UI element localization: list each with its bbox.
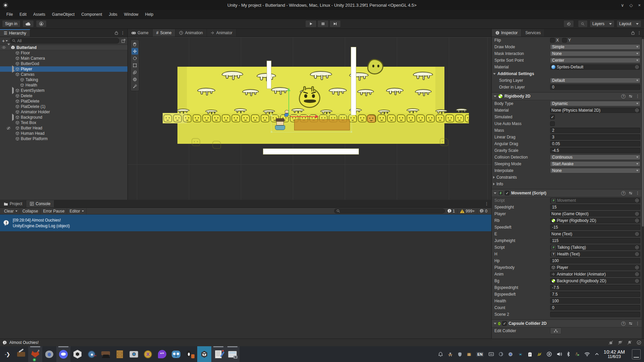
cart-icon[interactable] (448, 352, 453, 356)
lock-icon[interactable] (631, 31, 635, 35)
object-field[interactable]: None (Physics Material 2D) (550, 108, 640, 113)
console-error-count[interactable]: 0 (477, 209, 490, 214)
undo-history-icon[interactable] (564, 20, 574, 27)
gizmo-center-handle[interactable] (288, 115, 290, 118)
object-field[interactable]: #Movement (550, 198, 640, 203)
shield-icon[interactable] (458, 352, 462, 357)
rect-tool[interactable] (131, 62, 138, 69)
hierarchy-item-butterland[interactable]: Butterland (0, 45, 127, 50)
play-button[interactable] (305, 20, 317, 27)
help-icon[interactable]: ? (621, 191, 626, 195)
taskbar-app-chat-app[interactable]: “” (155, 346, 169, 362)
bug-muted-icon[interactable] (608, 341, 613, 345)
scale-tool[interactable] (131, 69, 138, 76)
keyboard-grid-icon[interactable] (489, 352, 494, 356)
taskbar-app-unity-editor[interactable] (197, 346, 211, 362)
popout-icon[interactable] (121, 39, 125, 43)
dropdown-sorting-layer[interactable]: Default (550, 78, 640, 83)
object-field[interactable]: Animator Holder (Animator) (550, 272, 640, 277)
dropdown-draw-mode[interactable]: Simple (550, 44, 640, 50)
object-picker-icon[interactable] (635, 232, 639, 236)
search-icon[interactable] (578, 20, 588, 27)
layout-dropdown[interactable]: Layout (616, 20, 641, 27)
dropdown-interpolate[interactable]: None (550, 168, 640, 173)
foldout-arrow-icon[interactable] (7, 45, 11, 50)
object-field[interactable]: #Talking (Talking) (550, 245, 640, 250)
object-field[interactable]: THealth (Text) (550, 251, 640, 257)
add-gameobject-button[interactable]: + (2, 38, 8, 44)
object-field[interactable]: Player (Rigidbody 2D) (550, 218, 640, 223)
move-tool[interactable] (131, 48, 138, 55)
police-star-icon[interactable] (518, 352, 523, 357)
lock-icon[interactable] (115, 31, 118, 35)
edit-collider-button[interactable] (550, 327, 561, 334)
foldout-arrow-icon[interactable] (12, 72, 15, 77)
dropdown-sprite-sort-point[interactable]: Center (550, 58, 640, 63)
tab-animation[interactable]: Animation (175, 29, 207, 37)
checkbox-use-auto-mass[interactable] (550, 121, 555, 126)
input-gravity-scale[interactable]: -4.5 (550, 148, 640, 153)
close-icon[interactable]: × (638, 3, 641, 8)
object-field[interactable]: Player (550, 265, 640, 270)
flip-x-checkbox[interactable] (550, 38, 555, 43)
object-picker-icon[interactable] (635, 279, 639, 283)
checkbox-simulated[interactable]: ✓ (550, 115, 555, 119)
tab-game[interactable]: Game (128, 29, 153, 37)
transform-tool[interactable] (131, 76, 138, 83)
input-scene-2[interactable] (550, 312, 640, 317)
presets-icon[interactable] (629, 191, 633, 195)
panel-menu-icon[interactable]: ⋮ (121, 31, 125, 35)
hierarchy-item-buttergod[interactable]: ButterGod (0, 61, 127, 66)
taskbar-app-unity-hub[interactable] (70, 346, 85, 362)
layers-muted-icon[interactable] (618, 341, 623, 345)
hand-tool[interactable] (131, 41, 138, 48)
help-icon[interactable]: ? (621, 94, 626, 99)
component-header-capsule-collider-2d[interactable]: 0✓Capsule Collider 2D?⋮ (492, 319, 642, 327)
console-info-count[interactable]: 1 (445, 209, 458, 214)
component-menu-icon[interactable]: ⋮ (636, 94, 640, 99)
component-enabled-checkbox[interactable]: ✓ (505, 191, 509, 195)
bluetooth-icon[interactable] (567, 352, 570, 357)
pause-button[interactable] (317, 20, 329, 27)
taskbar-app-x-game[interactable]: X (141, 346, 155, 362)
taskbar-app-video-editor[interactable]: ✂ (85, 346, 99, 362)
hierarchy-item-butter-platform[interactable]: Butter Platform (0, 136, 127, 141)
component-header-rigidbody-2d[interactable]: Rigidbody 2D?⋮ (492, 92, 642, 100)
taskbar-app-toolbox[interactable] (14, 346, 28, 362)
console-search-input[interactable] (334, 208, 445, 214)
status-message[interactable]: Almost Ouchies! (9, 340, 39, 345)
dropdown-body-type[interactable]: Dynamic (550, 101, 640, 106)
menu-gameobject[interactable]: GameObject (49, 11, 77, 18)
step-button[interactable] (329, 20, 341, 27)
hierarchy-item-talking[interactable]: Talking (0, 77, 127, 82)
hierarchy-item-butter-head[interactable]: Butter Head (0, 125, 127, 131)
panel-menu-icon[interactable]: ⋮ (485, 201, 489, 206)
input-speedright[interactable]: 15 (550, 204, 640, 210)
tab-console[interactable]: Console (26, 200, 54, 207)
taskbar-app-godot[interactable] (169, 346, 183, 362)
tab-animator[interactable]: Animator (207, 29, 236, 37)
eye-slash-icon[interactable] (5, 127, 12, 130)
component-menu-icon[interactable]: ⋮ (636, 321, 640, 326)
input-linear-drag[interactable]: 3 (550, 134, 640, 140)
package-icon[interactable] (467, 352, 471, 356)
inspector-scrollbar[interactable] (642, 37, 644, 339)
tab-project[interactable]: Project (0, 200, 26, 207)
wifi-icon[interactable] (584, 352, 590, 356)
object-picker-icon[interactable] (635, 198, 639, 202)
microphone-icon[interactable] (575, 352, 579, 357)
menu-help[interactable]: Help (142, 11, 157, 18)
menu-edit[interactable]: Edit (16, 11, 30, 18)
input-count[interactable]: 0 (550, 305, 640, 310)
input-mass[interactable]: 2 (550, 128, 640, 133)
volume-icon[interactable] (557, 352, 562, 356)
taskbar-app-discord[interactable] (56, 346, 70, 362)
component-header-movement-script-[interactable]: #✓Movement (Script)?⋮ (492, 189, 642, 197)
shell-icon[interactable] (499, 352, 503, 356)
taskbar-app-penguin-game[interactable] (183, 346, 197, 362)
dropdown-mask-interaction[interactable]: None (550, 51, 640, 56)
rotate-tool[interactable] (131, 55, 138, 62)
chevron-up-icon[interactable] (595, 353, 599, 355)
input-speedleft[interactable]: -15 (550, 225, 640, 230)
object-picker-icon[interactable] (635, 212, 639, 216)
